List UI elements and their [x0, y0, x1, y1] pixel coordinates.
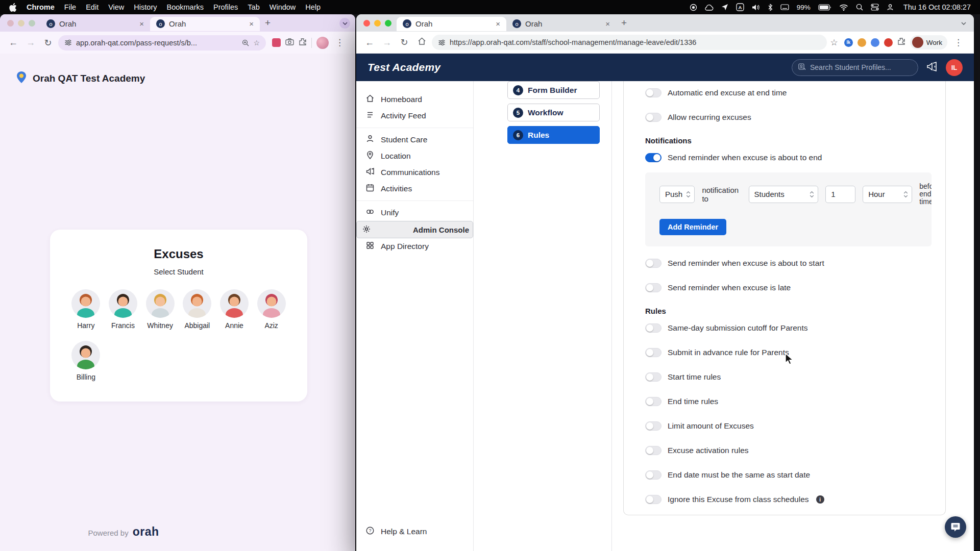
screen-record-icon[interactable]	[690, 4, 697, 11]
step-form-builder[interactable]: 4 Form Builder	[507, 81, 600, 99]
student-option[interactable]: Annie	[216, 289, 253, 330]
keyboard-brightness-icon[interactable]	[780, 4, 789, 10]
weather-icon[interactable]	[705, 4, 714, 11]
minimize-window-button[interactable]	[374, 20, 381, 27]
menu-edit[interactable]: Edit	[86, 3, 99, 11]
location-icon[interactable]	[721, 4, 728, 11]
window-controls[interactable]	[7, 20, 35, 27]
spotlight-search-icon[interactable]	[856, 4, 863, 11]
close-window-button[interactable]	[363, 20, 370, 27]
intercom-chat-button[interactable]	[945, 516, 966, 538]
menu-file[interactable]: File	[64, 3, 76, 11]
student-avatar[interactable]	[183, 289, 211, 318]
menubar-clock[interactable]: Thu 16 Oct 02:08:27	[903, 3, 971, 11]
toggle-same-day-cutoff[interactable]	[645, 323, 662, 333]
menubar-app-name[interactable]: Chrome	[27, 3, 55, 11]
student-option[interactable]: Whitney	[141, 289, 179, 330]
toggle-activation-rules[interactable]	[645, 446, 662, 455]
student-avatar[interactable]	[109, 289, 137, 318]
volume-icon[interactable]	[752, 4, 760, 11]
reminder-amount-input[interactable]	[825, 186, 855, 203]
forward-button[interactable]: →	[380, 37, 394, 48]
battery-icon[interactable]	[818, 4, 831, 11]
menu-window[interactable]: Window	[270, 3, 296, 11]
bookmark-star-icon[interactable]: ☆	[253, 39, 260, 47]
unit-select[interactable]: Hour	[863, 186, 912, 203]
sidebar-item-student-care[interactable]: Student Care	[356, 132, 473, 148]
input-source-icon[interactable]: A	[736, 3, 744, 11]
student-avatar[interactable]	[71, 341, 100, 369]
toggle-limit-excuses[interactable]	[645, 421, 662, 431]
info-icon[interactable]: i	[816, 495, 824, 504]
bluetooth-icon[interactable]	[768, 4, 773, 11]
menu-tab[interactable]: Tab	[248, 3, 259, 11]
toggle-start-time-rules[interactable]	[645, 372, 662, 382]
sidebar-item-location[interactable]: Location	[356, 148, 473, 164]
extension-icon[interactable]	[884, 38, 893, 47]
student-option[interactable]: Aziz	[253, 289, 290, 330]
menu-help[interactable]: Help	[305, 3, 321, 11]
toggle-submit-in-advance[interactable]	[645, 348, 662, 357]
sidebar-item-app-directory[interactable]: App Directory	[356, 238, 473, 255]
extension-icon[interactable]: lk	[844, 38, 853, 47]
channel-select[interactable]: Push	[659, 186, 695, 203]
sidebar-item-unify[interactable]: Unify	[356, 205, 473, 221]
toggle-recurring[interactable]	[645, 113, 662, 122]
student-avatar[interactable]	[146, 289, 175, 318]
announcements-megaphone-icon[interactable]	[926, 62, 938, 73]
forward-button[interactable]: →	[23, 37, 38, 48]
toggle-end-time-rules[interactable]	[645, 397, 662, 406]
extensions-puzzle-icon[interactable]	[897, 37, 905, 47]
extension-icon[interactable]	[272, 38, 281, 47]
back-button[interactable]: ←	[6, 37, 20, 48]
toggle-reminder-end[interactable]	[645, 153, 662, 162]
sidebar-item-help-learn[interactable]: ? Help & Learn	[356, 523, 473, 540]
audience-select[interactable]: Students	[749, 186, 819, 203]
browser-tab-active[interactable]: o Orah ×	[150, 17, 260, 31]
profile-avatar[interactable]	[316, 37, 329, 49]
toggle-reminder-start[interactable]	[645, 259, 662, 268]
site-settings-icon[interactable]	[64, 39, 72, 46]
control-center-icon[interactable]	[871, 4, 879, 11]
tab-search-chevron-icon[interactable]	[339, 18, 350, 29]
step-workflow[interactable]: 5 Workflow	[507, 104, 600, 121]
user-avatar-badge[interactable]: IL	[946, 59, 963, 76]
menu-view[interactable]: View	[108, 3, 124, 11]
zoom-window-button[interactable]	[385, 20, 391, 27]
extensions-puzzle-icon[interactable]	[299, 38, 307, 48]
new-tab-button[interactable]: +	[260, 17, 276, 29]
back-button[interactable]: ←	[362, 37, 377, 48]
browser-tab-active[interactable]: o Orah ×	[397, 17, 506, 31]
screenshot-extension-icon[interactable]	[285, 38, 294, 47]
bookmark-star-icon[interactable]: ☆	[830, 37, 838, 48]
menu-bookmarks[interactable]: Bookmarks	[166, 3, 204, 11]
chrome-profile-chip[interactable]: Work	[910, 35, 947, 49]
student-option[interactable]: Harry	[67, 289, 105, 330]
extension-icon[interactable]	[871, 38, 879, 47]
menu-profiles[interactable]: Profiles	[213, 3, 238, 11]
extension-icon[interactable]	[857, 38, 866, 47]
sidebar-item-admin-console[interactable]: Admin Console	[356, 221, 473, 238]
sidebar-item-activity-feed[interactable]: Activity Feed	[356, 108, 473, 124]
search-input[interactable]	[810, 63, 912, 71]
student-avatar[interactable]	[257, 289, 286, 318]
sidebar-item-communications[interactable]: Communications	[356, 164, 473, 181]
toggle-ignore-class-schedules[interactable]	[645, 495, 662, 504]
user-switch-icon[interactable]	[887, 4, 894, 11]
student-option[interactable]: Billing	[67, 341, 105, 381]
close-tab-icon[interactable]: ×	[604, 19, 611, 28]
zoom-window-button[interactable]	[29, 20, 35, 27]
student-option[interactable]: Francis	[105, 289, 142, 330]
toggle-auto-end[interactable]	[645, 88, 662, 97]
wifi-icon[interactable]	[839, 4, 848, 11]
window-controls[interactable]	[363, 20, 391, 27]
browser-menu-icon[interactable]: ⋮	[333, 37, 346, 48]
home-button[interactable]	[414, 37, 429, 48]
sidebar-item-activities[interactable]: Activities	[356, 181, 473, 197]
zoom-page-icon[interactable]	[242, 39, 249, 46]
browser-menu-icon[interactable]: ⋮	[952, 37, 965, 48]
close-tab-icon[interactable]: ×	[248, 19, 255, 28]
student-avatar[interactable]	[71, 289, 100, 318]
step-rules-active[interactable]: 6 Rules	[507, 126, 600, 144]
new-tab-button[interactable]: +	[616, 17, 632, 29]
